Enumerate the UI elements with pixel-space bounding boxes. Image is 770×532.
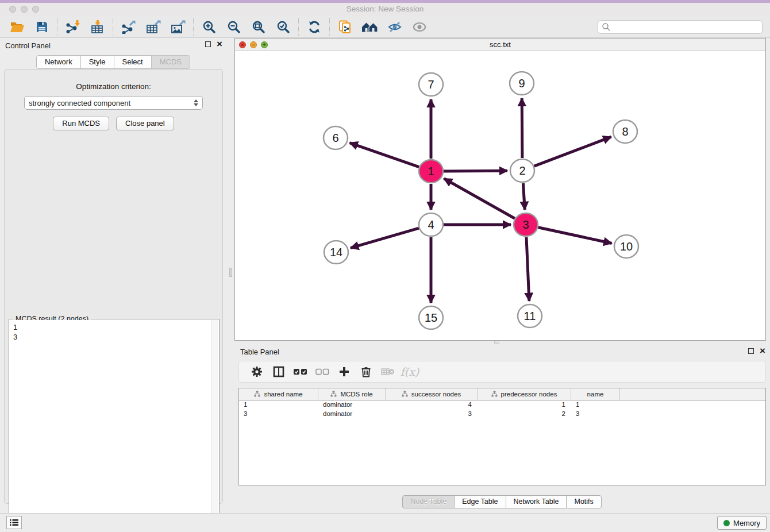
horizontal-splitter[interactable] [234,341,770,345]
edge-1-6[interactable] [350,143,419,167]
tab-motifs[interactable]: Motifs [566,495,601,508]
deselect-all-columns-icon[interactable] [311,363,333,380]
edge-2-8[interactable] [534,137,611,166]
node-4[interactable]: 4 [419,213,443,236]
vertical-splitter[interactable] [227,38,234,506]
sort-tree-icon [330,391,337,398]
zoom-out-icon[interactable] [221,17,246,37]
delete-column-icon[interactable] [355,363,377,380]
node-11[interactable]: 11 [518,304,542,327]
node-2[interactable]: 2 [510,159,534,182]
window-title: Session: New Session [0,5,770,13]
column-header-predecessor-nodes[interactable]: predecessor nodes [478,388,571,400]
toolbar-separator [57,18,57,36]
export-image-icon[interactable] [165,17,190,37]
table-panel-header: Table Panel × [234,345,770,360]
svg-text:10: 10 [620,240,633,253]
node-1[interactable]: 1 [419,160,443,183]
memory-label: Memory [733,519,760,527]
mcds-result-list[interactable]: 13 [10,320,211,532]
column-header-MCDS-role[interactable]: MCDS role [318,388,386,400]
hide-details-icon[interactable] [382,17,407,37]
memory-status-icon [723,520,730,526]
close-panel-icon[interactable]: × [217,41,222,48]
node-9[interactable]: 9 [510,72,534,95]
select-all-columns-icon[interactable] [290,363,311,380]
table-panel-title: Table Panel [240,348,279,356]
control-panel-tabs: NetworkStyleSelectMCDS [0,55,227,69]
network-canvas[interactable]: 7968124314101511 [235,51,765,340]
refresh-icon[interactable] [302,17,326,37]
column-header-name[interactable]: name [571,388,620,400]
table-row[interactable]: 3dominator323 [239,410,765,419]
svg-text:15: 15 [425,311,437,324]
edge-1-2[interactable] [444,171,507,171]
show-graphics-icon[interactable] [407,17,432,37]
zoom-fit-icon[interactable] [246,17,271,37]
float-panel-icon[interactable] [205,41,211,47]
float-panel-icon[interactable] [748,348,754,354]
task-history-button[interactable] [6,516,22,529]
export-table-icon[interactable] [141,17,165,37]
edge-3-1[interactable] [444,179,515,218]
zoom-selected-icon[interactable] [271,17,295,37]
table-settings-icon[interactable] [246,363,268,380]
sort-tree-icon [491,391,498,398]
node-15[interactable]: 15 [419,306,443,329]
node-10[interactable]: 10 [614,235,638,258]
column-header-shared-name[interactable]: shared name [239,388,318,400]
run-mcds-button[interactable]: Run MCDS [53,117,109,130]
tab-network[interactable]: Network [36,55,81,69]
first-neighbors-icon[interactable] [357,17,382,37]
node-14[interactable]: 14 [324,241,348,264]
svg-text:11: 11 [524,310,536,322]
column-header-successor-nodes[interactable]: successor nodes [386,388,478,400]
zoom-in-icon[interactable] [197,17,221,37]
import-table-icon[interactable] [85,17,110,37]
node-7[interactable]: 7 [419,73,443,96]
cell-successor-nodes: 3 [386,410,478,419]
clone-network-icon[interactable] [333,17,357,37]
result-scrollbar[interactable] [211,320,218,532]
delete-table-icon [377,363,399,380]
tab-network-table[interactable]: Network Table [506,495,567,508]
column-layout-icon[interactable] [268,363,290,380]
tab-node-table[interactable]: Node Table [402,495,455,508]
toolbar-separator [113,18,113,36]
sort-tree-icon [254,391,260,398]
tab-mcds[interactable]: MCDS [151,55,190,69]
export-network-icon[interactable] [116,17,141,37]
cell-shared-name: 3 [239,410,318,419]
splitter-grip[interactable] [229,268,232,277]
tab-select[interactable]: Select [114,55,152,69]
tab-edge-table[interactable]: Edge Table [454,495,506,508]
column-label: successor nodes [411,391,461,398]
node-3[interactable]: 3 [514,213,538,236]
close-panel-icon[interactable]: × [760,348,765,354]
table-row[interactable]: 1dominator411 [239,400,765,410]
criterion-select[interactable]: strongly connected component [24,96,203,110]
node-8[interactable]: 8 [613,120,637,143]
edge-4-14[interactable] [351,228,419,248]
edge-2-3[interactable] [523,183,525,210]
edge-3-11[interactable] [526,237,529,301]
cell-name: 1 [571,400,620,410]
save-session-icon[interactable] [29,17,54,37]
search-input[interactable] [611,21,762,33]
status-bar: Memory [0,513,770,532]
main-toolbar [0,16,770,38]
svg-text:2: 2 [519,164,525,177]
edge-2-9[interactable] [522,98,522,158]
add-column-icon[interactable] [333,363,355,380]
cell-MCDS-role: dominator [318,400,386,410]
node-table-body: 1dominator4113dominator323 [239,400,765,419]
close-panel-button[interactable]: Close panel [116,117,174,130]
edge-3-10[interactable] [538,228,612,244]
open-session-icon[interactable] [5,17,29,37]
sort-tree-icon [402,391,408,398]
node-6[interactable]: 6 [324,126,348,149]
svg-text:14: 14 [330,246,342,259]
memory-button[interactable]: Memory [717,516,767,530]
tab-style[interactable]: Style [80,55,114,69]
import-network-icon[interactable] [60,17,85,37]
